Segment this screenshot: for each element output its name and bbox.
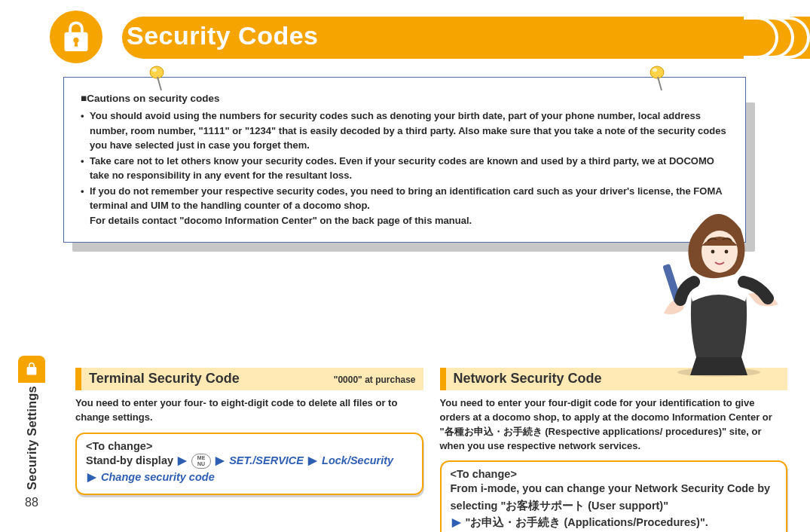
- caution-item: •You should avoid using the numbers for …: [81, 109, 729, 153]
- cautions-heading: ■Cautions on security codes: [81, 93, 729, 104]
- cautions-inner: ■Cautions on security codes •You should …: [63, 77, 746, 243]
- arrow-icon: ▶: [87, 469, 96, 485]
- arrow-icon: ▶: [452, 514, 461, 530]
- to-change-box: <To change> Stand-by display ▶ MENU ▶ SE…: [75, 433, 423, 495]
- box-label: <To change>: [86, 440, 413, 452]
- box-body: Stand-by display ▶ MENU ▶ SET./SERVICE ▶…: [86, 452, 413, 486]
- section-header: Terminal Security Code "0000" at purchas…: [75, 368, 423, 390]
- box-label: <To change>: [451, 468, 778, 480]
- pushpin-icon: [148, 65, 167, 95]
- box-body: From i-mode, you can change your Network…: [451, 480, 778, 530]
- character-illustration: [655, 205, 783, 378]
- svg-point-8: [725, 250, 729, 254]
- svg-point-2: [650, 66, 664, 78]
- svg-point-1: [152, 69, 157, 72]
- text: "お申込・お手続き (Applications/Procedures)".: [466, 516, 708, 528]
- content-columns: Terminal Security Code "0000" at purchas…: [75, 368, 787, 532]
- svg-point-3: [653, 69, 657, 72]
- caution-item: •If you do not remember your respective …: [81, 184, 729, 228]
- arrow-icon: ▶: [178, 452, 187, 469]
- text: From i-mode, you can change your Network…: [451, 482, 771, 511]
- section-lead: You need to enter your four- to eight-di…: [75, 396, 423, 425]
- terminal-code-section: Terminal Security Code "0000" at purchas…: [75, 368, 423, 532]
- path-step: SET./SERVICE: [229, 454, 304, 466]
- arrow-icon: ▶: [215, 452, 225, 469]
- svg-point-7: [711, 250, 715, 254]
- lock-icon: [18, 356, 45, 383]
- pushpin-icon: [648, 65, 668, 95]
- header-arc: [775, 17, 810, 59]
- cautions-list: •You should avoid using the numbers for …: [81, 109, 729, 228]
- caution-text: You should avoid using the numbers for s…: [90, 110, 726, 151]
- section-title: Terminal Security Code: [89, 371, 240, 387]
- to-change-box: <To change> From i-mode, you can change …: [440, 460, 788, 532]
- caution-text: Take care not to let others know your se…: [90, 155, 714, 182]
- page-number: 88: [25, 496, 38, 509]
- section-title: Network Security Code: [454, 371, 602, 387]
- menu-key-icon: MENU: [191, 454, 211, 469]
- side-tab: Security Settings 88: [18, 356, 45, 509]
- path-step: Change security code: [101, 471, 215, 483]
- network-code-section: Network Security Code You need to enter …: [440, 368, 788, 532]
- side-tab-label: Security Settings: [25, 383, 39, 494]
- page-title: Security Codes: [127, 21, 319, 50]
- section-lead: You need to enter your four-digit code f…: [440, 396, 788, 453]
- text: Stand-by display: [86, 454, 173, 466]
- path-step: Lock/Security: [322, 454, 393, 466]
- caution-text: If you do not remember your respective s…: [90, 185, 722, 226]
- lock-icon: [47, 8, 105, 66]
- svg-point-0: [150, 66, 164, 78]
- caution-item: •Take care not to let others know your s…: [81, 154, 729, 183]
- arrow-icon: ▶: [308, 452, 317, 469]
- section-note: "0000" at purchase: [334, 375, 416, 385]
- cautions-box: ■Cautions on security codes •You should …: [63, 77, 746, 243]
